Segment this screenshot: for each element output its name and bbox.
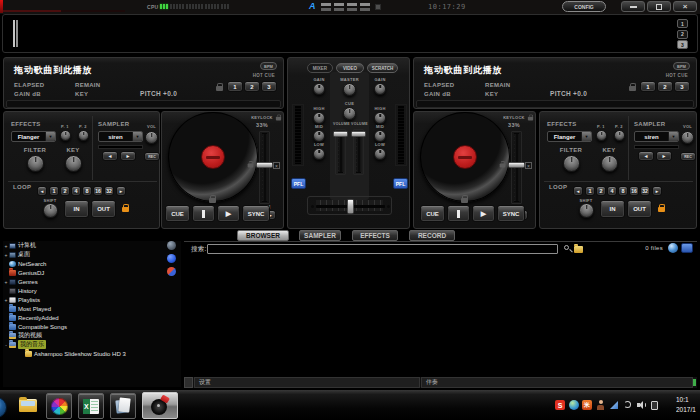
tree-item-geniusdj[interactable]: GeniusDJ bbox=[3, 268, 181, 277]
tray-power-icon[interactable] bbox=[650, 400, 660, 410]
tree-item-most-played[interactable]: Most Played bbox=[3, 304, 181, 313]
deck-a-param1-knob[interactable] bbox=[60, 130, 71, 141]
deck-a-loop-8[interactable]: 8 bbox=[82, 186, 92, 196]
deck-a-loop-4[interactable]: 4 bbox=[71, 186, 81, 196]
mixer-high-left-knob[interactable] bbox=[313, 112, 325, 124]
tab-scratch[interactable]: SCRATCH bbox=[367, 63, 398, 73]
deck-b-loop-prev-button[interactable]: ◄ bbox=[573, 186, 583, 196]
deck-a-hotcue-1[interactable]: 1 bbox=[227, 81, 243, 92]
deck-a-keylock-icon[interactable] bbox=[276, 117, 281, 121]
wave-zoom-button-3[interactable]: 3 bbox=[677, 40, 688, 49]
deck-b-loop-next-button[interactable]: ► bbox=[652, 186, 662, 196]
start-button[interactable] bbox=[0, 397, 7, 418]
taskbar-app-notepad-button[interactable] bbox=[110, 393, 136, 419]
deck-a-param2-knob[interactable] bbox=[78, 130, 89, 141]
deck-b-loop-2[interactable]: 2 bbox=[596, 186, 606, 196]
deck-a-key-knob[interactable] bbox=[65, 155, 82, 172]
taskbar-app-excel-button[interactable]: X bbox=[78, 393, 104, 419]
tray-sogou-icon[interactable]: S bbox=[555, 400, 565, 410]
deck-b-keylock-icon[interactable] bbox=[528, 117, 533, 121]
mixer-gain-right-knob[interactable] bbox=[374, 83, 386, 95]
deck-b-sampler-prev-button[interactable]: ◄ bbox=[638, 151, 654, 161]
deck-a-loop-out-button[interactable]: OUT bbox=[91, 200, 116, 218]
mixer-low-right-knob[interactable] bbox=[374, 148, 386, 160]
tab-record[interactable]: RECORD bbox=[409, 230, 455, 241]
deck-a-loop-16[interactable]: 16 bbox=[93, 186, 103, 196]
deck-a-filter-knob[interactable] bbox=[27, 155, 44, 172]
deck-b-play-button[interactable]: ▶ bbox=[472, 205, 495, 222]
tray-sync-icon[interactable] bbox=[623, 400, 633, 410]
deck-b-loop-32[interactable]: 32 bbox=[640, 186, 650, 196]
deck-a-loop-in-button[interactable]: IN bbox=[64, 200, 89, 218]
tray-clock[interactable]: 10:1 2017/1 bbox=[676, 396, 700, 416]
deck-a-sync-button[interactable]: SYNC bbox=[242, 205, 270, 222]
scrollbar-nub[interactable] bbox=[693, 379, 696, 386]
mixer-cue-knob[interactable] bbox=[343, 107, 356, 120]
taskbar-virtualdj-button[interactable] bbox=[142, 392, 178, 419]
tray-user-icon[interactable] bbox=[596, 400, 606, 410]
pfl-right-button[interactable]: PFL bbox=[393, 178, 408, 189]
deck-a-hotcue-2[interactable]: 2 bbox=[244, 81, 260, 92]
deck-a-sampler-rec-button[interactable]: REC bbox=[144, 152, 160, 161]
footer-corner-cell[interactable] bbox=[184, 377, 193, 388]
minimize-button[interactable] bbox=[621, 1, 645, 12]
search-icon[interactable] bbox=[563, 244, 572, 253]
tree-item-playlists[interactable]: + Playlists bbox=[3, 295, 181, 304]
maximize-button[interactable] bbox=[647, 1, 671, 12]
deck-b-pitch-handle[interactable] bbox=[508, 162, 525, 168]
mixer-high-right-knob[interactable] bbox=[374, 112, 386, 124]
mixer-mid-left-knob[interactable] bbox=[313, 130, 325, 142]
browse-folder-icon[interactable] bbox=[574, 246, 583, 253]
deck-a-loop-prev-button[interactable]: ◄ bbox=[37, 186, 47, 196]
deck-b-loop-in-button[interactable]: IN bbox=[600, 200, 625, 218]
deck-a-shift-knob[interactable] bbox=[43, 203, 58, 218]
chevron-down-icon[interactable]: ▼ bbox=[45, 132, 55, 141]
deck-a-sampler-vol-knob[interactable] bbox=[145, 131, 158, 144]
netsearch-globe-icon[interactable] bbox=[668, 243, 678, 253]
deck-a-sampler-select[interactable]: siren ▼ bbox=[98, 131, 143, 142]
tree-item-my-videos[interactable]: 我的视频 bbox=[3, 331, 181, 340]
deck-a-loop-32[interactable]: 32 bbox=[104, 186, 114, 196]
deck-b-stutter-button[interactable] bbox=[447, 205, 470, 222]
deck-b-pitch-reset-box[interactable]: × bbox=[525, 162, 532, 169]
deck-b-sampler-select[interactable]: siren ▼ bbox=[634, 131, 679, 142]
deck-b-loop-4[interactable]: 4 bbox=[607, 186, 617, 196]
deck-b-loop-8[interactable]: 8 bbox=[618, 186, 628, 196]
tree-item-compatible-songs[interactable]: Compatible Songs bbox=[3, 322, 181, 331]
deck-a-effect-select[interactable]: Flanger ▼ bbox=[11, 131, 56, 142]
mixer-master-knob[interactable] bbox=[343, 83, 356, 96]
deck-b-key-knob[interactable] bbox=[601, 155, 618, 172]
deck-a-pitch-handle[interactable] bbox=[256, 162, 273, 168]
tree-item-netsearch[interactable]: NetSearch bbox=[3, 259, 181, 268]
mixer-low-left-knob[interactable] bbox=[313, 148, 325, 160]
tree-item-computer[interactable]: + 计算机 bbox=[3, 241, 181, 250]
deck-b-param2-knob[interactable] bbox=[614, 130, 625, 141]
deck-b-hotcue-2[interactable]: 2 bbox=[657, 81, 673, 92]
deck-b-hotcue-3[interactable]: 3 bbox=[674, 81, 690, 92]
config-button[interactable]: CONFIG bbox=[562, 1, 606, 12]
tree-item-history[interactable]: History bbox=[3, 286, 181, 295]
chevron-down-icon[interactable]: ▼ bbox=[668, 132, 678, 141]
deck-b-effect-select[interactable]: Flanger ▼ bbox=[547, 131, 592, 142]
tray-volume-icon[interactable] bbox=[636, 400, 646, 410]
chevron-down-icon[interactable]: ▼ bbox=[132, 132, 142, 141]
tab-video[interactable]: VIDEO bbox=[336, 63, 364, 73]
volume-fader-right-handle[interactable] bbox=[351, 131, 366, 137]
deck-b-sampler-vol-knob[interactable] bbox=[681, 131, 694, 144]
deck-b-filter-knob[interactable] bbox=[563, 155, 580, 172]
tab-effects[interactable]: EFFECTS bbox=[352, 230, 398, 241]
deck-a-stutter-button[interactable] bbox=[192, 205, 215, 222]
tree-item-genres[interactable]: + Genres bbox=[3, 277, 181, 286]
deck-b-shift-knob[interactable] bbox=[579, 203, 594, 218]
tab-browser[interactable]: BROWSER bbox=[237, 230, 289, 241]
tree-item-my-music[interactable]: - 我的音乐 bbox=[3, 340, 181, 349]
tab-sampler[interactable]: SAMPLER bbox=[299, 230, 341, 241]
netsearch-disc-icon[interactable] bbox=[681, 243, 693, 253]
tree-item-desktop[interactable]: + 桌面 bbox=[3, 250, 181, 259]
deck-a-pitch-reset-box[interactable]: × bbox=[273, 162, 280, 169]
tray-network-icon[interactable] bbox=[609, 400, 619, 410]
deck-b-loop-1[interactable]: 1 bbox=[585, 186, 595, 196]
tab-mixer[interactable]: MIXER bbox=[307, 63, 333, 73]
tree-side-icon-3[interactable] bbox=[167, 267, 176, 276]
deck-a-hotcue-3[interactable]: 3 bbox=[261, 81, 277, 92]
